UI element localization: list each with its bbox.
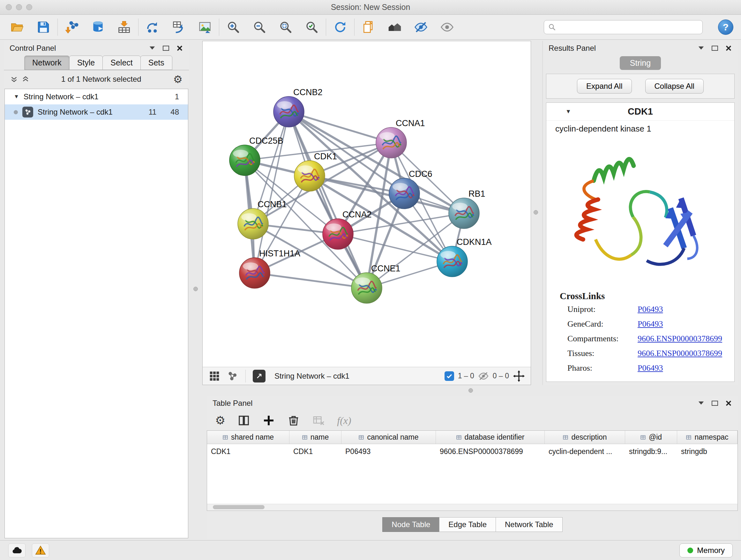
gene-disclosure-icon[interactable]: ▼	[565, 108, 571, 115]
network-row[interactable]: String Network – cdk1 11 48	[5, 105, 188, 120]
gene-section-header[interactable]: ▼ CDK1	[546, 103, 734, 121]
horizontal-splitter-handle[interactable]	[468, 388, 473, 393]
delete-column-icon[interactable]	[287, 414, 300, 427]
crosslink-label: Tissues:	[567, 349, 637, 358]
zoom-out-button[interactable]	[251, 18, 268, 37]
save-session-button[interactable]	[35, 18, 52, 37]
function-builder-button[interactable]: f(x)	[337, 415, 351, 427]
network-selection-bar: 1 of 1 Network selected ⚙	[4, 70, 189, 88]
node-highlight	[441, 251, 456, 259]
string-share-icon[interactable]	[226, 370, 239, 382]
crosslink-uniprot-link[interactable]: P06493	[637, 305, 734, 314]
import-network-file-button[interactable]	[63, 18, 81, 37]
table-header-row: shared name name canonical name database…	[207, 431, 738, 444]
zoom-in-button[interactable]	[224, 18, 242, 37]
first-neighbors-button[interactable]	[144, 18, 161, 37]
new-network-from-selection-button[interactable]	[170, 18, 188, 37]
results-panel-close-button[interactable]	[725, 45, 732, 52]
table-tabs: Node Table Edge Table Network Table	[207, 517, 738, 532]
column-header-canonical-name[interactable]: canonical name	[341, 431, 436, 444]
zoom-fit-button[interactable]	[277, 18, 294, 37]
crosslinks-list: Uniprot: P06493 GeneCard: P06493 Compart…	[546, 305, 734, 373]
open-session-button[interactable]	[8, 18, 26, 37]
add-column-icon[interactable]	[262, 414, 275, 427]
results-panel-float-button[interactable]	[712, 46, 718, 51]
control-panel-float-button[interactable]	[163, 46, 169, 51]
selected-nodes-checkbox[interactable]	[445, 371, 454, 381]
node-highlight	[380, 132, 395, 140]
cloud-button[interactable]	[8, 543, 25, 557]
warnings-button[interactable]	[32, 543, 49, 557]
results-panel-menu-icon[interactable]	[697, 45, 704, 51]
eye-slash-icon	[414, 20, 428, 34]
network-view-panel: CCNB2CCNA1CDC25BCDK1CDC6RB1CCNB1CCNA2CDK…	[202, 41, 531, 385]
expand-all-icon[interactable]	[22, 75, 29, 83]
crosslink-genecard-link[interactable]: P06493	[637, 319, 734, 329]
network-edge[interactable]	[289, 112, 367, 288]
copy-documents-icon	[361, 20, 376, 34]
hide-selected-button[interactable]	[412, 18, 430, 37]
tab-edge-table[interactable]: Edge Table	[439, 517, 496, 532]
import-network-database-button[interactable]	[89, 18, 107, 37]
tab-string[interactable]: String	[620, 56, 661, 70]
network-options-gear-icon[interactable]: ⚙	[173, 74, 183, 84]
export-image-button[interactable]	[196, 18, 214, 37]
crosslink-compartments-link[interactable]: 9606.ENSP00000378699	[637, 334, 734, 344]
table-row[interactable]: CDK1 CDK1 P06493 9606.ENSP00000378699 cy…	[207, 444, 738, 459]
open-in-window-icon[interactable]	[253, 370, 266, 382]
refresh-button[interactable]	[331, 18, 349, 37]
tab-select[interactable]: Select	[103, 56, 140, 70]
control-panel-menu-icon[interactable]	[149, 45, 156, 51]
crosslink-label: Compartments:	[567, 334, 637, 344]
pan-crosshair-icon[interactable]	[513, 370, 525, 382]
collapse-all-icon[interactable]	[10, 75, 18, 83]
tab-style[interactable]: Style	[69, 56, 103, 70]
home-button[interactable]	[386, 18, 404, 37]
right-splitter-handle[interactable]	[534, 210, 538, 214]
tab-network[interactable]: Network	[24, 56, 70, 70]
selected-count: 1 – 0	[458, 372, 474, 380]
table-panel-float-button[interactable]	[712, 401, 718, 406]
import-table-button[interactable]	[115, 18, 133, 37]
table-options-gear-icon[interactable]: ⚙	[215, 415, 225, 426]
node-label: CDK1	[314, 152, 337, 161]
tab-network-table[interactable]: Network Table	[495, 517, 562, 532]
tree-disclosure-icon[interactable]: ▼	[14, 94, 19, 100]
zoom-selected-button[interactable]	[303, 18, 321, 37]
column-header-name[interactable]: name	[289, 431, 341, 444]
crosslink-pharos-link[interactable]: P06493	[637, 363, 734, 373]
search-icon	[548, 23, 556, 31]
expand-all-button[interactable]: Expand All	[577, 79, 631, 94]
tab-sets[interactable]: Sets	[140, 56, 172, 70]
crosslink-tissues-link[interactable]: 9606.ENSP00000378699	[637, 349, 734, 358]
column-header-id[interactable]: @id	[625, 431, 677, 444]
table-network-icon	[172, 20, 186, 34]
collapse-all-button[interactable]: Collapse All	[645, 79, 704, 94]
copy-button[interactable]	[360, 18, 378, 37]
scrollbar-thumb[interactable]	[213, 505, 265, 509]
network-canvas[interactable]: CCNB2CCNA1CDC25BCDK1CDC6RB1CCNB1CCNA2CDK…	[203, 41, 531, 367]
tab-node-table[interactable]: Node Table	[382, 517, 440, 532]
node-highlight	[326, 224, 341, 231]
network-edge[interactable]	[255, 273, 367, 288]
left-splitter-handle[interactable]	[193, 287, 198, 291]
control-panel: Control Panel Network Style Select Sets …	[4, 41, 189, 539]
search-input[interactable]	[559, 23, 698, 32]
zoom-out-icon	[253, 20, 266, 34]
hidden-count: 0 – 0	[493, 372, 509, 380]
table-panel-close-button[interactable]	[725, 400, 732, 407]
column-header-description[interactable]: description	[545, 431, 625, 444]
column-header-database-identifier[interactable]: database identifier	[436, 431, 545, 444]
grid-view-icon[interactable]	[208, 370, 220, 382]
column-header-shared-name[interactable]: shared name	[207, 431, 289, 444]
network-collection-row[interactable]: ▼ String Network – cdk1 1	[5, 89, 188, 105]
show-columns-icon[interactable]	[238, 414, 250, 427]
node-label: CCNB1	[258, 199, 287, 209]
network-label: String Network – cdk1	[38, 108, 113, 117]
column-header-namespace[interactable]: namespac	[677, 431, 738, 444]
table-panel-menu-icon[interactable]	[697, 400, 704, 406]
help-button[interactable]: ?	[718, 19, 733, 35]
memory-button[interactable]: Memory	[679, 543, 733, 557]
show-all-button[interactable]	[438, 18, 456, 37]
control-panel-close-button[interactable]	[176, 45, 183, 52]
